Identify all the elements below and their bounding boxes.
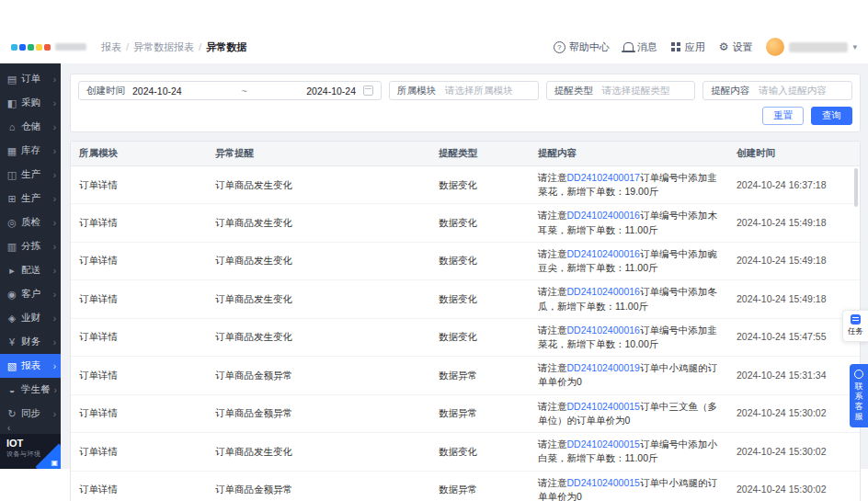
sidebar-item-label: 业财 [21,312,40,325]
warehouse-icon: ⌂ [6,121,17,132]
sidebar-item-订单[interactable]: ▤订单› [0,67,61,91]
delivery-icon: ▸ [6,265,17,277]
service-label-char: 服 [855,412,863,422]
table-row[interactable]: 订单详情订单商品金额异常数据异常请注意DD24102400015订单中小鸡腿的订… [71,471,860,501]
header-action-help[interactable]: 帮助中心 [554,40,610,54]
table-row[interactable]: 订单详情订单商品发生变化数据变化请注意DD24102400016订单编号中添加冬… [71,280,860,318]
sidebar-item-采购[interactable]: ◧采购› [0,91,61,115]
sidebar-item-配送[interactable]: ▸配送› [0,258,61,282]
inventory-icon: ▦ [6,145,17,157]
breadcrumb-item[interactable]: 报表 [101,40,121,54]
table-row[interactable]: 订单详情订单商品金额异常数据异常请注意DD24102400015订单中三文鱼（多… [71,394,860,432]
table-row[interactable]: 订单详情订单商品发生变化数据变化请注意DD24102400015订单编号中添加小… [71,433,860,471]
sidebar-item-label: 分拣 [21,240,40,253]
header-action-apps[interactable]: 应用 [671,40,705,54]
cell-type: 数据异常 [430,394,530,432]
sidebar-item-label: 配送 [21,264,40,277]
cell-type: 数据变化 [430,166,530,204]
sidebar-item-label: 采购 [21,97,40,109]
purchase-icon: ◧ [6,97,17,109]
header-action-message[interactable]: 消息 [623,40,657,54]
sidebar-item-质检[interactable]: ◎质检› [0,211,61,234]
table-scrollbar[interactable] [854,168,858,207]
cell-content: 请注意DD24102400016订单编号中添加豌豆尖，新增下单数：11.00斤 [530,242,728,279]
sidebar-item-label: 订单 [21,73,40,85]
table-row[interactable]: 订单详情订单商品发生变化数据变化请注意DD24102400016订单编号中添加木… [71,204,860,242]
production-plan-icon: ⊞ [6,193,17,205]
cell-content: 请注意DD24102400016订单编号中添加冬瓜，新增下单数：11.00斤 [530,280,728,318]
order-number-link[interactable]: DD24102400015 [567,401,640,412]
order-icon: ▤ [6,74,17,85]
filter-row: 创建时间 2024-10-24 ~ 2024-10-24 所属模块 请选择所属模… [78,81,852,100]
cell-alert: 订单商品金额异常 [207,471,430,501]
search-button[interactable]: 查询 [811,107,852,125]
chevron-right-icon: › [53,74,56,85]
header-action-label: 设置 [732,40,752,54]
table-column-3: 提醒内容 [530,142,728,166]
alert-type-label: 提醒类型 [554,85,593,97]
production-icon: ◫ [6,169,17,181]
sidebar-item-分拣[interactable]: ▥分拣› [0,234,61,258]
chevron-right-icon: › [54,385,57,395]
logo-block [44,44,51,51]
order-number-link[interactable]: DD24102400015 [567,477,640,488]
cell-created-time: 2024-10-24 15:49:18 [728,280,860,318]
user-menu[interactable]: ▾ [766,38,857,56]
cell-type: 数据异常 [430,357,530,394]
module-select[interactable]: 所属模块 请选择所属模块 [389,81,539,100]
main-content: 创建时间 2024-10-24 ~ 2024-10-24 所属模块 请选择所属模… [61,63,868,469]
cell-type: 数据变化 [430,280,530,318]
task-float-button[interactable]: 任务 [842,310,868,342]
order-number-link[interactable]: DD24102400017 [567,172,640,183]
iot-panel[interactable]: IOT 设备与环境 ▣ [0,434,61,469]
sidebar-item-生产[interactable]: ◫生产› [0,163,61,187]
settings-icon [719,41,729,52]
logo-block [28,44,34,51]
task-list-icon [851,314,861,325]
table-row[interactable]: 订单详情订单商品发生变化数据变化请注意DD24102400016订单编号中添加豌… [71,242,860,279]
cell-content: 请注意DD24102400015订单中三文鱼（多单位）的订单单价为0 [530,394,728,432]
order-number-link[interactable]: DD24102400016 [567,248,640,259]
header-action-group: 帮助中心消息应用设置 [554,40,753,54]
alert-type-select[interactable]: 提醒类型 请选择提醒类型 [546,81,696,100]
sidebar-item-同步[interactable]: ↻同步› [0,402,61,421]
logo-block [19,44,26,51]
customer-icon: ◉ [6,289,17,301]
order-number-link[interactable]: DD24102400019 [567,362,640,373]
table-row[interactable]: 订单详情订单商品发生变化数据变化请注意DD24102400017订单编号中添加韭… [71,166,860,204]
contact-service-button[interactable]: 联系客服 [850,364,868,427]
collapse-icon: ‹ [7,423,10,433]
sidebar-item-学生餐[interactable]: ◒学生餐› [0,378,61,402]
sorting-icon: ▥ [6,241,17,253]
chevron-right-icon: › [53,266,56,276]
date-range-input[interactable]: 创建时间 2024-10-24 ~ 2024-10-24 [78,81,382,100]
table-row[interactable]: 订单详情订单商品金额异常数据异常请注意DD24102400019订单中小鸡腿的订… [71,357,860,394]
table-body: 订单详情订单商品发生变化数据变化请注意DD24102400017订单编号中添加韭… [71,166,860,501]
chevron-right-icon: › [53,290,56,300]
sidebar-item-报表[interactable]: ▧报表› [0,354,61,378]
header-action-settings[interactable]: 设置 [719,40,753,54]
sidebar-item-仓储[interactable]: ⌂仓储› [0,115,61,139]
sidebar-item-label: 学生餐 [21,383,51,396]
chevron-right-icon: › [53,98,56,108]
table-column-4: 创建时间 [728,142,860,166]
sidebar-item-业财[interactable]: ◈业财› [0,306,61,330]
sidebar-item-客户[interactable]: ◉客户› [0,282,61,306]
breadcrumb-item[interactable]: 异常数据报表 [133,40,194,54]
order-number-link[interactable]: DD24102400015 [567,438,640,450]
breadcrumb-item: 异常数据 [206,40,246,54]
order-number-link[interactable]: DD24102400016 [567,325,640,336]
order-number-link[interactable]: DD24102400016 [567,210,640,221]
cell-type: 数据异常 [430,471,530,501]
reset-button[interactable]: 重置 [762,107,804,125]
sidebar-collapse[interactable]: ‹ [0,421,61,434]
sidebar-item-财务[interactable]: ¥财务› [0,330,61,354]
app-logo[interactable] [11,43,86,51]
sidebar: ▤订单›◧采购›⌂仓储›▦库存›◫生产›⊞生产›◎质检›▥分拣›▸配送›◉客户›… [0,63,61,469]
message-icon [623,42,634,51]
order-number-link[interactable]: DD24102400016 [567,286,640,297]
alert-content-input[interactable]: 提醒内容 请输入提醒内容 [702,81,852,100]
sidebar-item-库存[interactable]: ▦库存› [0,139,61,163]
table-row[interactable]: 订单详情订单商品发生变化数据变化请注意DD24102400016订单编号中添加韭… [71,318,860,356]
sidebar-item-生产[interactable]: ⊞生产› [0,187,61,211]
